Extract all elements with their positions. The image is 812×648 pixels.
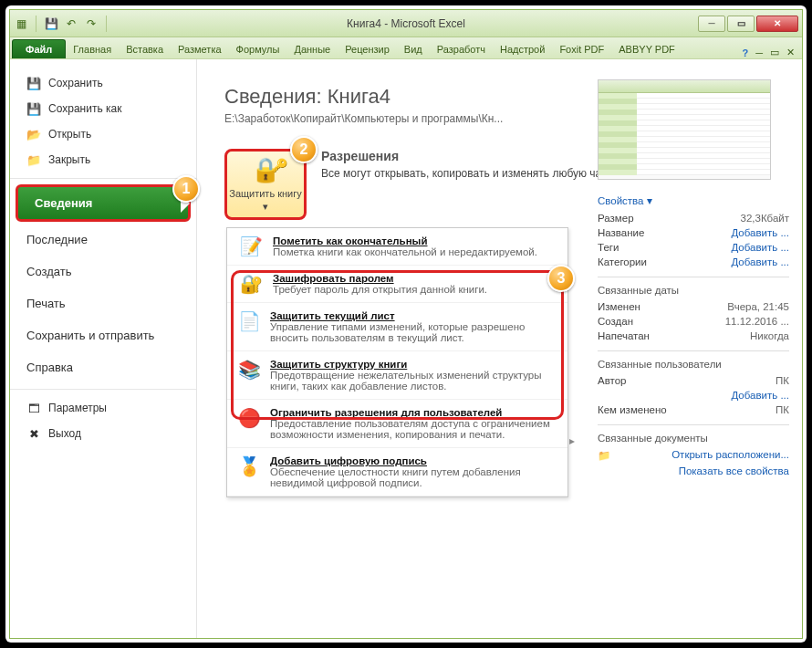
submenu-arrow-icon: ▸: [569, 434, 575, 447]
menu-item-protect-structure[interactable]: 📚Защитить структуру книгиПредотвращение …: [227, 351, 567, 400]
backstage-sidebar: 💾Сохранить 💾Сохранить как 📂Открыть 📁Закр…: [10, 59, 197, 638]
menu-item-signature[interactable]: 🏅Добавить цифровую подписьОбеспечение це…: [227, 448, 567, 496]
tab-insert[interactable]: Вставка: [119, 40, 171, 58]
sidebar-item-help[interactable]: Справка: [10, 351, 196, 383]
protect-sheet-icon: 📄: [238, 310, 261, 343]
sidebar-item-label: Параметры: [48, 402, 107, 414]
tab-layout[interactable]: Разметка: [171, 40, 229, 58]
tab-home[interactable]: Главная: [66, 40, 119, 58]
sidebar-item-label: Создать: [26, 265, 71, 278]
mdi-min-icon[interactable]: ─: [755, 47, 763, 58]
lock-icon: 🔒🔑: [251, 156, 280, 184]
close-button[interactable]: ✕: [756, 16, 798, 32]
sidebar-item-label: Сохранить и отправить: [26, 329, 154, 342]
sidebar-item-label: Сохранить как: [48, 102, 121, 115]
sidebar-item-label: Справка: [26, 361, 73, 374]
prop-row: Размер32,3Кбайт: [598, 211, 789, 225]
show-all-props-link[interactable]: Показать все свойства: [598, 464, 789, 478]
users-header: Связанные пользователи: [598, 359, 789, 370]
prop-row: АвторПК: [598, 373, 789, 388]
sidebar-item-label: Закрыть: [48, 153, 90, 166]
titlebar: ▦ 💾 ↶ ↷ Книга4 - Microsoft Excel ─ ▭ ✕: [10, 10, 802, 37]
prop-row: НапечатанНикогда: [598, 329, 789, 343]
sidebar-item-save-as[interactable]: 💾Сохранить как: [10, 96, 196, 121]
undo-icon[interactable]: ↶: [64, 16, 78, 31]
menu-item-mark-final[interactable]: 📝Пометить как окончательныйПометка книги…: [227, 228, 567, 266]
tab-abbyy[interactable]: ABBYY PDF: [611, 40, 682, 58]
prop-row[interactable]: Добавить ...: [598, 388, 789, 402]
redo-icon[interactable]: ↷: [84, 16, 99, 31]
save-icon: 💾: [26, 76, 41, 90]
properties-panel: Свойства ▾ Размер32,3Кбайт НазваниеДобав…: [598, 79, 789, 478]
sidebar-item-close[interactable]: 📁Закрыть: [10, 147, 196, 172]
mark-final-icon: 📝: [238, 235, 264, 257]
sidebar-item-options[interactable]: 🗔Параметры: [10, 395, 196, 421]
mdi-close-icon[interactable]: ✕: [786, 47, 795, 58]
annotation-badge-2: 2: [290, 136, 318, 163]
prop-row[interactable]: НазваниеДобавить ...: [598, 225, 789, 240]
sidebar-item-print[interactable]: Печать: [10, 287, 196, 319]
prop-row: Создан11.12.2016 ...: [598, 314, 789, 329]
document-thumbnail: [598, 79, 771, 180]
button-label: Защитить книгу ▾: [227, 188, 304, 212]
sidebar-item-save[interactable]: 💾Сохранить: [10, 70, 196, 96]
open-location-link[interactable]: 📁Открыть расположени...: [598, 447, 789, 464]
menu-item-protect-sheet[interactable]: 📄Защитить текущий листУправление типами …: [227, 303, 567, 351]
help-icon[interactable]: ?: [742, 47, 748, 58]
sidebar-item-label: Открыть: [48, 128, 91, 141]
ribbon-tabs: Файл Главная Вставка Разметка Формулы Да…: [10, 37, 802, 59]
encrypt-icon: 🔐: [238, 273, 264, 295]
tab-foxit[interactable]: Foxit PDF: [552, 40, 611, 58]
sidebar-item-label: Сведения: [35, 196, 92, 210]
prop-row[interactable]: КатегорииДобавить ...: [598, 255, 789, 269]
sidebar-item-label: Выход: [48, 427, 81, 440]
restrict-icon: ⛔: [238, 407, 261, 440]
prop-row[interactable]: ТегиДобавить ...: [598, 240, 789, 255]
tab-addins[interactable]: Надстрой: [493, 40, 552, 58]
close-doc-icon: 📁: [26, 152, 41, 167]
annotation-badge-3: 3: [547, 265, 575, 292]
protect-dropdown-menu: 📝Пометить как окончательныйПометка книги…: [226, 227, 568, 497]
protect-structure-icon: 📚: [238, 359, 261, 392]
maximize-button[interactable]: ▭: [727, 16, 755, 32]
sidebar-item-exit[interactable]: ✖Выход: [10, 421, 196, 446]
signature-icon: 🏅: [238, 455, 261, 488]
save-icon[interactable]: 💾: [44, 16, 58, 31]
properties-header[interactable]: Свойства ▾: [598, 194, 789, 207]
sidebar-item-label: Сохранить: [48, 77, 103, 89]
exit-icon: ✖: [26, 426, 41, 441]
sidebar-item-label: Последние: [26, 233, 88, 246]
mdi-restore-icon[interactable]: ▭: [770, 47, 779, 58]
prop-row: Кем измененоПК: [598, 402, 789, 417]
dates-header: Связанные даты: [598, 285, 789, 296]
menu-item-encrypt[interactable]: 🔐Зашифровать паролемТребует пароль для о…: [227, 266, 567, 303]
backstage-content: Сведения: Книга4 E:\Заработок\Копирайт\К…: [197, 59, 802, 638]
sidebar-item-label: Печать: [26, 297, 66, 310]
tab-developer[interactable]: Разработч: [430, 40, 493, 58]
menu-item-restrict[interactable]: ⛔Ограничить разрешения для пользователей…: [227, 400, 567, 448]
options-icon: 🗔: [26, 401, 41, 415]
tab-data[interactable]: Данные: [286, 40, 338, 58]
sidebar-item-info[interactable]: Сведения: [16, 184, 191, 222]
excel-icon: ▦: [14, 16, 28, 31]
sidebar-item-new[interactable]: Создать: [10, 256, 196, 287]
tab-review[interactable]: Рецензир: [338, 40, 397, 58]
docs-header: Связанные документы: [598, 433, 789, 444]
sidebar-item-share[interactable]: Сохранить и отправить: [10, 319, 196, 351]
prop-row: ИзмененВчера, 21:45: [598, 299, 789, 314]
tab-file[interactable]: Файл: [12, 39, 66, 58]
open-icon: 📂: [26, 127, 41, 141]
sidebar-item-recent[interactable]: Последние: [10, 224, 196, 256]
minimize-button[interactable]: ─: [698, 16, 725, 32]
tab-view[interactable]: Вид: [397, 40, 430, 58]
save-as-icon: 💾: [26, 101, 41, 116]
annotation-badge-1: 1: [172, 175, 200, 203]
tab-formulas[interactable]: Формулы: [229, 40, 287, 58]
app-window: ▦ 💾 ↶ ↷ Книга4 - Microsoft Excel ─ ▭ ✕ Ф…: [9, 9, 803, 639]
sidebar-item-open[interactable]: 📂Открыть: [10, 121, 196, 147]
window-title: Книга4 - Microsoft Excel: [5, 17, 807, 30]
